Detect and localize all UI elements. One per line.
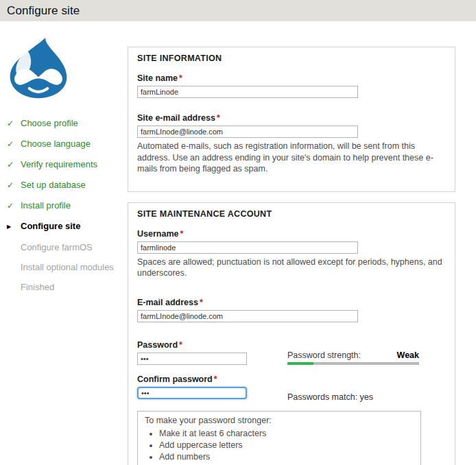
page-header: Configure site: [0, 0, 476, 21]
password-label: Password*: [137, 340, 287, 350]
required-marker: *: [200, 298, 203, 307]
required-marker: *: [217, 113, 220, 123]
password-suggestion-item: Add numbers: [159, 451, 414, 462]
drupal-logo: [8, 37, 69, 100]
password-strength-track: [287, 362, 419, 365]
task-label: Choose language: [21, 139, 91, 148]
confirm-password-row: Confirm password* Passwords match: yes: [137, 374, 446, 402]
required-marker: *: [214, 374, 217, 384]
task-label: Install profile: [21, 201, 71, 210]
passwords-match-column: Passwords match: yes: [287, 374, 419, 402]
task-label: Configure farmOS: [21, 243, 93, 252]
confirm-password-label: Confirm password*: [137, 374, 287, 384]
password-row: Password* Password strength: Weak: [137, 340, 446, 365]
site-email-label: Site e-mail address*: [137, 113, 446, 123]
task-choose-profile: ✓ Choose profile: [7, 119, 128, 128]
check-icon: ✓: [7, 202, 21, 211]
check-icon: ✓: [7, 140, 21, 149]
site-email-input[interactable]: [137, 126, 358, 138]
task-choose-language: ✓ Choose language: [7, 139, 128, 149]
password-strength-level: Weak: [397, 350, 419, 360]
task-configure-farmos: Configure farmOS: [7, 243, 128, 252]
username-input[interactable]: [137, 241, 358, 254]
task-configure-site-active: ▶ Configure site: [7, 222, 128, 232]
site-maintenance-account-fieldset: SITE MAINTENANCE ACCOUNT Username* Space…: [128, 202, 455, 465]
task-label: Install optional modules: [21, 263, 114, 272]
username-item: Username* Spaces are allowed; punctuatio…: [137, 229, 446, 279]
task-label: Configure site: [21, 222, 80, 230]
active-arrow-icon: ▶: [7, 222, 21, 231]
password-suggestions-intro: To make your password stronger:: [145, 415, 414, 426]
install-task-list: ✓ Choose profile ✓ Choose language ✓ Ver…: [7, 119, 128, 291]
site-information-fieldset: SITE INFORMATION Site name* Site e-mail …: [128, 47, 455, 192]
required-marker: *: [179, 73, 182, 83]
task-label: Verify requirements: [21, 160, 97, 169]
username-label: Username*: [137, 229, 446, 239]
password-strength-indicator: Password strength: Weak: [287, 350, 419, 365]
account-email-label: E-mail address*: [137, 298, 446, 307]
task-install-profile: ✓ Install profile: [7, 201, 128, 211]
task-set-up-database: ✓ Set up database: [7, 180, 128, 190]
required-marker: *: [179, 340, 182, 350]
site-email-description: Automated e-mails, such as registration …: [137, 141, 446, 175]
check-icon: ✓: [7, 160, 21, 169]
account-email-input[interactable]: [137, 310, 358, 322]
password-suggestion-item: Add uppercase letters: [159, 440, 414, 451]
install-sidebar: ✓ Choose profile ✓ Choose language ✓ Ver…: [0, 21, 128, 302]
password-strength-label: Password strength:: [287, 350, 361, 360]
task-label: Set up database: [21, 180, 86, 189]
username-description: Spaces are allowed; punctuation is not a…: [137, 257, 446, 279]
confirm-password-input[interactable]: [137, 387, 247, 399]
check-icon: ✓: [7, 181, 21, 190]
task-install-optional-modules: Install optional modules: [7, 263, 128, 272]
site-name-input[interactable]: [137, 86, 358, 98]
task-label: Choose profile: [21, 119, 78, 128]
password-suggestions-list: Make it at least 6 characters Add upperc…: [145, 428, 414, 465]
password-input[interactable]: [137, 353, 247, 365]
task-label: Finished: [21, 283, 54, 291]
password-suggestion-item: Make it at least 6 characters: [159, 428, 414, 439]
check-icon: ✓: [7, 119, 21, 128]
passwords-match-text: Passwords match: yes: [287, 392, 419, 402]
password-suggestions-box: To make your password stronger: Make it …: [137, 411, 421, 465]
configure-site-form: SITE INFORMATION Site name* Site e-mail …: [128, 47, 455, 465]
site-name-label: Site name*: [137, 73, 446, 83]
site-name-item: Site name*: [137, 73, 446, 98]
main-layout: ✓ Choose profile ✓ Choose language ✓ Ver…: [0, 21, 476, 465]
site-maintenance-account-legend: SITE MAINTENANCE ACCOUNT: [137, 209, 446, 219]
password-strength-column: Password strength: Weak: [287, 340, 419, 365]
task-finished: Finished: [7, 283, 128, 291]
password-field-column: Password*: [137, 340, 287, 365]
password-strength-fill: [287, 362, 313, 365]
page-title: Configure site: [7, 4, 80, 18]
confirm-password-field-column: Confirm password*: [137, 374, 287, 402]
site-information-legend: SITE INFORMATION: [137, 53, 446, 63]
task-verify-requirements: ✓ Verify requirements: [7, 160, 128, 169]
site-email-item: Site e-mail address* Automated e-mails, …: [137, 113, 446, 175]
required-marker: *: [180, 229, 183, 239]
account-email-item: E-mail address*: [137, 298, 446, 322]
